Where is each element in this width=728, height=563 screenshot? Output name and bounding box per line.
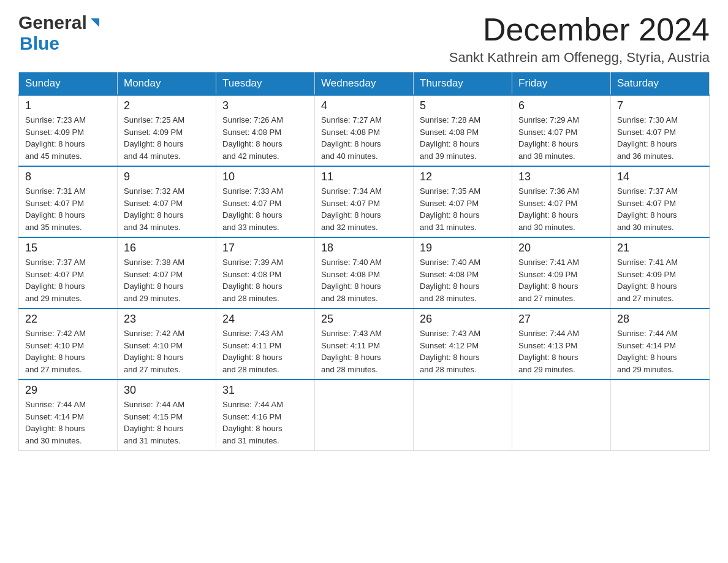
day-number: 27: [518, 313, 604, 326]
day-info: Sunrise: 7:29 AMSunset: 4:07 PMDaylight:…: [518, 115, 579, 161]
week-row-1: 1 Sunrise: 7:23 AMSunset: 4:09 PMDayligh…: [19, 95, 710, 166]
calendar-cell: 29 Sunrise: 7:44 AMSunset: 4:14 PMDaylig…: [19, 380, 118, 451]
day-number: 1: [25, 99, 111, 112]
weekday-header-tuesday: Tuesday: [216, 72, 315, 96]
day-number: 31: [222, 384, 308, 397]
calendar-cell: 15 Sunrise: 7:37 AMSunset: 4:07 PMDaylig…: [19, 237, 118, 308]
day-number: 12: [420, 170, 506, 183]
calendar-cell: 17 Sunrise: 7:39 AMSunset: 4:08 PMDaylig…: [216, 237, 315, 308]
weekday-header-monday: Monday: [118, 72, 216, 96]
day-number: 14: [617, 170, 703, 183]
day-info: Sunrise: 7:43 AMSunset: 4:12 PMDaylight:…: [420, 329, 480, 374]
day-info: Sunrise: 7:42 AMSunset: 4:10 PMDaylight:…: [25, 329, 86, 374]
day-info: Sunrise: 7:27 AMSunset: 4:08 PMDaylight:…: [321, 115, 382, 161]
calendar-cell: [512, 380, 611, 451]
calendar-cell: [315, 380, 414, 451]
day-number: 21: [617, 242, 703, 255]
day-info: Sunrise: 7:34 AMSunset: 4:07 PMDaylight:…: [321, 186, 382, 232]
day-number: 28: [617, 313, 703, 326]
calendar-cell: 2 Sunrise: 7:25 AMSunset: 4:09 PMDayligh…: [118, 95, 216, 166]
day-info: Sunrise: 7:31 AMSunset: 4:07 PMDaylight:…: [25, 186, 86, 232]
day-number: 2: [124, 99, 210, 112]
svg-marker-0: [91, 18, 99, 27]
day-info: Sunrise: 7:37 AMSunset: 4:07 PMDaylight:…: [617, 186, 678, 232]
calendar-cell: 31 Sunrise: 7:44 AMSunset: 4:16 PMDaylig…: [216, 380, 315, 451]
weekday-header-wednesday: Wednesday: [315, 72, 414, 96]
calendar-cell: 14 Sunrise: 7:37 AMSunset: 4:07 PMDaylig…: [611, 166, 710, 237]
day-info: Sunrise: 7:40 AMSunset: 4:08 PMDaylight:…: [321, 258, 382, 303]
calendar-cell: 30 Sunrise: 7:44 AMSunset: 4:15 PMDaylig…: [118, 380, 216, 451]
day-number: 7: [617, 99, 703, 112]
weekday-header-thursday: Thursday: [414, 72, 512, 96]
day-info: Sunrise: 7:33 AMSunset: 4:07 PMDaylight:…: [222, 186, 283, 232]
week-row-5: 29 Sunrise: 7:44 AMSunset: 4:14 PMDaylig…: [19, 380, 710, 451]
day-info: Sunrise: 7:25 AMSunset: 4:09 PMDaylight:…: [124, 115, 184, 161]
calendar-cell: 23 Sunrise: 7:42 AMSunset: 4:10 PMDaylig…: [118, 308, 216, 380]
day-number: 24: [222, 313, 308, 326]
logo-arrow-icon: [88, 16, 102, 29]
calendar-cell: 4 Sunrise: 7:27 AMSunset: 4:08 PMDayligh…: [315, 95, 414, 166]
day-number: 5: [420, 99, 506, 112]
day-number: 10: [222, 170, 308, 183]
calendar-cell: 8 Sunrise: 7:31 AMSunset: 4:07 PMDayligh…: [19, 166, 118, 237]
day-number: 16: [124, 242, 210, 255]
calendar-cell: [611, 380, 710, 451]
day-info: Sunrise: 7:42 AMSunset: 4:10 PMDaylight:…: [124, 329, 184, 374]
calendar-cell: 9 Sunrise: 7:32 AMSunset: 4:07 PMDayligh…: [118, 166, 216, 237]
weekday-header-sunday: Sunday: [19, 72, 118, 96]
calendar-cell: 16 Sunrise: 7:38 AMSunset: 4:07 PMDaylig…: [118, 237, 216, 308]
calendar-cell: 22 Sunrise: 7:42 AMSunset: 4:10 PMDaylig…: [19, 308, 118, 380]
day-number: 23: [124, 313, 210, 326]
calendar-cell: 10 Sunrise: 7:33 AMSunset: 4:07 PMDaylig…: [216, 166, 315, 237]
day-number: 4: [321, 99, 407, 112]
day-number: 26: [420, 313, 506, 326]
day-info: Sunrise: 7:37 AMSunset: 4:07 PMDaylight:…: [25, 258, 86, 303]
day-info: Sunrise: 7:39 AMSunset: 4:08 PMDaylight:…: [222, 258, 283, 303]
calendar-cell: 5 Sunrise: 7:28 AMSunset: 4:08 PMDayligh…: [414, 95, 512, 166]
day-number: 25: [321, 313, 407, 326]
day-number: 3: [222, 99, 308, 112]
calendar-cell: 3 Sunrise: 7:26 AMSunset: 4:08 PMDayligh…: [216, 95, 315, 166]
calendar-cell: 1 Sunrise: 7:23 AMSunset: 4:09 PMDayligh…: [19, 95, 118, 166]
calendar-cell: 18 Sunrise: 7:40 AMSunset: 4:08 PMDaylig…: [315, 237, 414, 308]
day-info: Sunrise: 7:43 AMSunset: 4:11 PMDaylight:…: [222, 329, 283, 374]
day-number: 11: [321, 170, 407, 183]
day-info: Sunrise: 7:30 AMSunset: 4:07 PMDaylight:…: [617, 115, 678, 161]
day-info: Sunrise: 7:38 AMSunset: 4:07 PMDaylight:…: [124, 258, 184, 303]
day-info: Sunrise: 7:23 AMSunset: 4:09 PMDaylight:…: [25, 115, 86, 161]
week-row-4: 22 Sunrise: 7:42 AMSunset: 4:10 PMDaylig…: [19, 308, 710, 380]
day-number: 6: [518, 99, 604, 112]
calendar-cell: 25 Sunrise: 7:43 AMSunset: 4:11 PMDaylig…: [315, 308, 414, 380]
day-info: Sunrise: 7:32 AMSunset: 4:07 PMDaylight:…: [124, 186, 184, 232]
weekday-header-row: SundayMondayTuesdayWednesdayThursdayFrid…: [19, 72, 710, 96]
day-info: Sunrise: 7:44 AMSunset: 4:14 PMDaylight:…: [617, 329, 678, 374]
calendar-cell: 12 Sunrise: 7:35 AMSunset: 4:07 PMDaylig…: [414, 166, 512, 237]
day-number: 13: [518, 170, 604, 183]
day-info: Sunrise: 7:36 AMSunset: 4:07 PMDaylight:…: [518, 186, 579, 232]
day-number: 17: [222, 242, 308, 255]
calendar-cell: [414, 380, 512, 451]
day-info: Sunrise: 7:28 AMSunset: 4:08 PMDaylight:…: [420, 115, 480, 161]
calendar-table: SundayMondayTuesdayWednesdayThursdayFrid…: [18, 72, 710, 451]
calendar-cell: 19 Sunrise: 7:40 AMSunset: 4:08 PMDaylig…: [414, 237, 512, 308]
day-number: 29: [25, 384, 111, 397]
day-info: Sunrise: 7:44 AMSunset: 4:14 PMDaylight:…: [25, 400, 86, 445]
day-info: Sunrise: 7:44 AMSunset: 4:16 PMDaylight:…: [222, 400, 283, 445]
logo-general-text: General: [18, 12, 87, 33]
logo: General Blue: [18, 12, 102, 54]
day-info: Sunrise: 7:40 AMSunset: 4:08 PMDaylight:…: [420, 258, 480, 303]
calendar-cell: 13 Sunrise: 7:36 AMSunset: 4:07 PMDaylig…: [512, 166, 611, 237]
week-row-2: 8 Sunrise: 7:31 AMSunset: 4:07 PMDayligh…: [19, 166, 710, 237]
title-area: December 2024 Sankt Kathrein am Offenegg…: [449, 12, 710, 66]
weekday-header-friday: Friday: [512, 72, 611, 96]
day-number: 18: [321, 242, 407, 255]
calendar-cell: 6 Sunrise: 7:29 AMSunset: 4:07 PMDayligh…: [512, 95, 611, 166]
day-number: 9: [124, 170, 210, 183]
day-number: 8: [25, 170, 111, 183]
month-year-title: December 2024: [449, 12, 710, 47]
calendar-cell: 11 Sunrise: 7:34 AMSunset: 4:07 PMDaylig…: [315, 166, 414, 237]
calendar-cell: 21 Sunrise: 7:41 AMSunset: 4:09 PMDaylig…: [611, 237, 710, 308]
day-info: Sunrise: 7:26 AMSunset: 4:08 PMDaylight:…: [222, 115, 283, 161]
calendar-cell: 20 Sunrise: 7:41 AMSunset: 4:09 PMDaylig…: [512, 237, 611, 308]
day-info: Sunrise: 7:41 AMSunset: 4:09 PMDaylight:…: [617, 258, 678, 303]
